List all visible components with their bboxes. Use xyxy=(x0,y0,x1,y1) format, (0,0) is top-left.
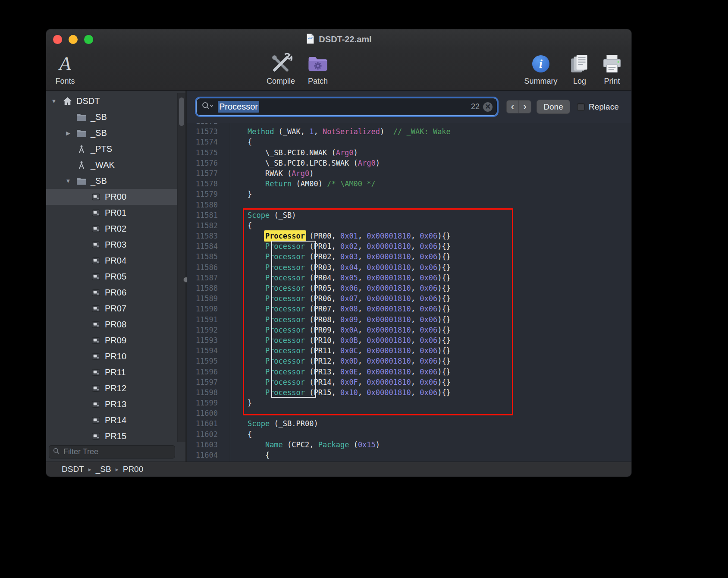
tree-item-pr04[interactable]: PR04 xyxy=(46,253,177,269)
tree-item-pr09[interactable]: PR09 xyxy=(46,333,177,349)
disclosure-triangle-icon[interactable]: ▼ xyxy=(48,98,60,104)
line-number: 11600 xyxy=(187,408,224,418)
tree-item-pr02[interactable]: PR02 xyxy=(46,221,177,237)
code-line[interactable]: 11586 Processor (PR03, 0x04, 0x00001810,… xyxy=(187,262,631,273)
code-line[interactable]: 11573 Method (_WAK, 1, NotSerialized) //… xyxy=(187,126,631,137)
code-text: Processor (PR14, 0x0F, 0x00001810, 0x06)… xyxy=(224,377,451,387)
code-line[interactable]: 11578 Return (AM00) /* \AM00 */ xyxy=(187,179,631,189)
code-line[interactable]: 11579 } xyxy=(187,189,631,199)
code-line[interactable]: 11574 { xyxy=(187,137,631,147)
tree-item-pr13[interactable]: PR13 xyxy=(46,396,177,412)
tree-item-dsdt[interactable]: ▼DSDT xyxy=(46,93,177,109)
line-number: 11572 xyxy=(187,123,224,126)
patch-button[interactable]: Patch xyxy=(294,51,342,86)
code-line[interactable]: 11589 Processor (PR06, 0x07, 0x00001810,… xyxy=(187,293,631,304)
code-line[interactable]: 11595 Processor (PR12, 0x0D, 0x00001810,… xyxy=(187,356,631,366)
code-line[interactable]: 11599 } xyxy=(187,398,631,408)
fonts-icon: A xyxy=(60,51,71,76)
disclosure-triangle-icon[interactable]: ▼ xyxy=(62,178,74,184)
tree-item-label: PR00 xyxy=(105,192,126,202)
code-line[interactable]: 11593 Processor (PR10, 0x0B, 0x00001810,… xyxy=(187,335,631,346)
breadcrumb: DSDT▸_SB▸PR00 xyxy=(46,462,631,477)
line-number: 11578 xyxy=(187,179,224,189)
tree-item-label: PR03 xyxy=(105,240,126,250)
code-view[interactable]: 1157211573 Method (_WAK, 1, NotSerialize… xyxy=(187,123,631,462)
tree-item-pr07[interactable]: PR07 xyxy=(46,301,177,317)
code-line[interactable]: 11575 \_SB.PCI0.NWAK (Arg0) xyxy=(187,148,631,158)
code-line[interactable]: 11591 Processor (PR08, 0x09, 0x00001810,… xyxy=(187,314,631,325)
tree-item-label: _SB xyxy=(91,128,107,138)
code-line[interactable]: 11602 { xyxy=(187,429,631,440)
code-line[interactable]: 11592 Processor (PR09, 0x0A, 0x00001810,… xyxy=(187,325,631,335)
search-scope-icon[interactable] xyxy=(201,101,214,112)
code-line[interactable]: 11590 Processor (PR07, 0x08, 0x00001810,… xyxy=(187,304,631,314)
code-text: RWAK (Arg0) xyxy=(224,168,314,179)
processor-icon xyxy=(88,224,103,234)
tree-item-label: _PTS xyxy=(91,144,112,154)
replace-checkbox[interactable] xyxy=(577,103,585,111)
code-text: Processor (PR05, 0x06, 0x00001810, 0x06)… xyxy=(224,283,451,293)
code-line[interactable]: 11594 Processor (PR11, 0x0C, 0x00001810,… xyxy=(187,346,631,356)
done-button[interactable]: Done xyxy=(537,100,570,114)
tree-item-pr14[interactable]: PR14 xyxy=(46,412,177,428)
code-line[interactable]: 11585 Processor (PR02, 0x03, 0x00001810,… xyxy=(187,251,631,262)
tree-item-pr01[interactable]: PR01 xyxy=(46,205,177,221)
tree-item-pr12[interactable]: PR12 xyxy=(46,380,177,396)
tree-item-pr06[interactable]: PR06 xyxy=(46,285,177,301)
tree-item-sb-wak[interactable]: _WAK xyxy=(46,157,177,173)
tree-item-pr10[interactable]: PR10 xyxy=(46,349,177,364)
code-text: Scope (_SB.PR00) xyxy=(224,418,318,429)
tree-item-label: PR09 xyxy=(105,336,126,346)
code-line[interactable]: 11576 \_SB.PCI0.LPCB.SWAK (Arg0) xyxy=(187,158,631,168)
find-next-button[interactable]: › xyxy=(519,101,531,113)
code-line[interactable]: 11580 xyxy=(187,200,631,210)
code-line[interactable]: 11587 Processor (PR04, 0x05, 0x00001810,… xyxy=(187,273,631,283)
tree-item-sb-sb[interactable]: ▶_SB xyxy=(46,125,177,141)
tree-item-pr11[interactable]: PR11 xyxy=(46,364,177,380)
code-line[interactable]: 11596 Processor (PR13, 0x0E, 0x00001810,… xyxy=(187,367,631,377)
tree-item-pr05[interactable]: PR05 xyxy=(46,269,177,285)
code-line[interactable]: 11572 xyxy=(187,123,631,126)
folder-icon xyxy=(74,112,89,123)
tree-item-label: PR05 xyxy=(105,272,126,282)
code-line[interactable]: 11584 Processor (PR01, 0x02, 0x00001810,… xyxy=(187,241,631,251)
breadcrumb-item-pr00[interactable]: PR00 xyxy=(123,465,144,474)
code-line[interactable]: 11582 { xyxy=(187,220,631,231)
clear-search-icon[interactable]: ✕ xyxy=(483,102,493,112)
tree-item-pr08[interactable]: PR08 xyxy=(46,317,177,333)
code-line[interactable]: 11598 Processor (PR15, 0x10, 0x00001810,… xyxy=(187,387,631,398)
code-line[interactable]: 11597 Processor (PR14, 0x0F, 0x00001810,… xyxy=(187,377,631,387)
tree-item-pr03[interactable]: PR03 xyxy=(46,237,177,253)
sidebar-scrollbar[interactable] xyxy=(177,93,185,442)
disclosure-triangle-icon[interactable]: ▶ xyxy=(62,130,74,136)
tree-item-pr15[interactable]: PR15 xyxy=(46,428,177,442)
processor-icon xyxy=(88,431,103,441)
code-line[interactable]: 11604 { xyxy=(187,450,631,460)
tree-item-sb-sb[interactable]: ▼_SB xyxy=(46,173,177,189)
tree-item-sb-sb[interactable]: _SB xyxy=(46,109,177,125)
find-query-text[interactable]: Processor xyxy=(218,101,259,113)
code-line[interactable]: 11577 RWAK (Arg0) xyxy=(187,168,631,179)
code-line[interactable]: 11600 xyxy=(187,408,631,418)
tree-item-pr00[interactable]: PR00 xyxy=(46,189,177,205)
code-line[interactable]: 11583 Processor (PR00, 0x01, 0x00001810,… xyxy=(187,231,631,241)
line-number: 11586 xyxy=(187,262,224,273)
fonts-button[interactable]: A Fonts xyxy=(46,51,89,86)
find-field[interactable]: Processor 22 ✕ xyxy=(196,98,497,116)
code-text: Processor (PR04, 0x05, 0x00001810, 0x06)… xyxy=(224,273,451,283)
code-text: Processor (PR13, 0x0E, 0x00001810, 0x06)… xyxy=(224,367,451,377)
filter-tree-input[interactable] xyxy=(63,447,171,456)
breadcrumb-item-sb[interactable]: _SB xyxy=(96,465,111,474)
sidebar-scrollbar-thumb[interactable] xyxy=(179,97,184,126)
sidebar: ▼DSDT_SB▶_SB_PTS_WAK▼_SBPR00PR01PR02PR03… xyxy=(46,91,185,462)
code-line[interactable]: 11603 Name (CPC2, Package (0x15) xyxy=(187,440,631,450)
find-previous-button[interactable]: ‹ xyxy=(507,101,519,113)
breadcrumb-separator-icon: ▸ xyxy=(88,466,91,473)
tree-item-sb-pts[interactable]: _PTS xyxy=(46,141,177,157)
code-line[interactable]: 11588 Processor (PR05, 0x06, 0x00001810,… xyxy=(187,283,631,293)
print-button[interactable]: Print xyxy=(588,51,631,86)
tree-item-label: _SB xyxy=(91,112,107,122)
code-line[interactable]: 11581 Scope (_SB) xyxy=(187,210,631,220)
breadcrumb-item-dsdt[interactable]: DSDT xyxy=(62,465,84,474)
code-line[interactable]: 11601 Scope (_SB.PR00) xyxy=(187,418,631,429)
